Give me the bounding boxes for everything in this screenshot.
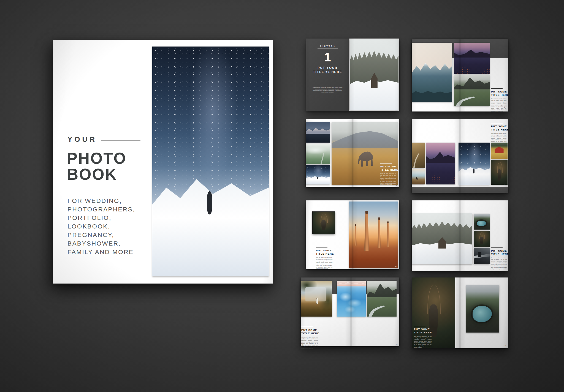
photo-milky-way-hiker — [306, 165, 330, 184]
photo-baobab-avenue — [349, 202, 398, 268]
cover-subtitle-line: PORTFOLIO, — [67, 214, 135, 222]
body-text: Nam am rerit, quati sinit ac nos aut fug… — [301, 336, 318, 349]
page-number: 17 — [505, 345, 506, 346]
body-text: Nam am rerit, quati sinit ac nos aut fug… — [491, 98, 506, 112]
cover-subtitle-line: PREGNANCY, — [67, 231, 135, 239]
baobab-tree — [386, 222, 390, 247]
title-block-overlay: PUT SOME TITLE HERE Nam am rerit, quati … — [380, 163, 396, 186]
photo-deer-forest-framed — [312, 211, 335, 234]
page-number: 7 — [396, 185, 397, 187]
photo-dark-beach — [474, 248, 490, 264]
photo-crater-lake-tall — [466, 285, 499, 333]
cover-subtitle-line: FAMILY AND MORE — [67, 248, 135, 256]
chapter-intro: CHAPTER 1 1 PUT YOUR TITLE #1 HERE Nequi… — [306, 45, 349, 93]
title-rule — [491, 123, 503, 123]
title-block: PUT SOME TITLE HERE Nam am rerit, quati … — [491, 123, 506, 147]
spread-5: PUT SOME TITLE HERE Nam am rerit, quati … — [306, 200, 399, 269]
photo-snowy-cabin — [350, 39, 398, 110]
photo-alpine-lake — [306, 122, 330, 143]
page-number: 5 — [504, 107, 505, 108]
title-rule — [316, 247, 327, 247]
title-block: PUT SOME TITLE HERE Nam am rerit, quati … — [301, 327, 318, 349]
barn-shape — [495, 146, 503, 153]
photo-milky-way-hiker — [459, 143, 490, 185]
body-text: Nam am rerit, quati sinit ac nos aut fug… — [316, 257, 332, 270]
photo-autumn-road — [412, 143, 425, 168]
page-number: 13 — [505, 267, 506, 269]
photo-deer-stag — [474, 231, 490, 247]
cover-subtitle: FOR WEDDING, PHOTOGRAPHERS, PORTFOLIO, L… — [67, 197, 135, 256]
title-rule — [491, 247, 503, 248]
chapter-kicker: CHAPTER 1 — [306, 45, 349, 47]
photo-deer-stag — [491, 160, 508, 185]
baobab-tree — [377, 217, 382, 248]
spread-4: PUT SOME TITLE HERE Nam am rerit, quati … — [412, 119, 508, 193]
page-number: 3 — [396, 107, 397, 108]
title-block: PUT SOME TITLE HERE Nam am rerit, quati … — [491, 88, 506, 112]
body-text: Nam am rerit, quati sinit ac nos aut fug… — [491, 133, 506, 147]
photo-twilight-lake — [454, 43, 490, 74]
photo-milky-way-snow-hiker — [152, 47, 269, 276]
page-number: 11 — [395, 266, 397, 267]
cover-title: PHOTO BOOK — [67, 150, 127, 182]
photo-twilight-lake — [426, 143, 455, 184]
cabin-shape — [371, 73, 378, 88]
chapter-title: PUT YOUR TITLE #1 HERE — [306, 66, 349, 74]
backing-page-edge — [412, 187, 508, 193]
title-block: PUT SOME TITLE HERE Nam am rerit, quati … — [316, 247, 332, 270]
title-block-overlay: PUT SOME TITLE HERE Nam am rerit, quati … — [414, 326, 432, 348]
chapter-rule — [318, 48, 338, 49]
cover-kicker: YOUR — [67, 135, 97, 144]
cover-title-line2: BOOK — [67, 166, 127, 182]
body-text: Nam am rerit, quati sinit ac nos aut fug… — [380, 173, 396, 186]
photo-crater-lake — [474, 214, 490, 230]
spread-7: PUT SOME TITLE HERE Nam am rerit, quati … — [301, 277, 399, 346]
cabin-shape — [438, 237, 446, 249]
spread-1-chapter-opener: CHAPTER 1 1 PUT YOUR TITLE #1 HERE Nequi… — [306, 39, 399, 111]
photo-misty-valley — [306, 144, 330, 164]
page-number: 15 — [396, 344, 397, 345]
spread-2: PUT SOME TITLE HERE Nam am rerit, quati … — [412, 39, 508, 111]
page-number: 14 — [302, 344, 303, 345]
cover-subtitle-line: PHOTOGRAPHERS, — [67, 205, 135, 214]
cover-title-line1: PHOTO — [67, 150, 127, 166]
page-number: 9 — [505, 184, 505, 186]
title-rule — [491, 88, 503, 89]
spread-8: PUT SOME TITLE HERE Nam am rerit, quati … — [412, 277, 508, 348]
baobab-tree — [354, 224, 357, 245]
photo-lake-people — [412, 169, 425, 184]
cover-subtitle-line: FOR WEDDING, — [67, 197, 135, 205]
photo-blue-mountains — [412, 43, 452, 102]
photo-autumn-lake-person — [301, 281, 332, 317]
cover-subtitle-line: LOOKBOOK, — [67, 222, 135, 231]
cover-subtitle-line: BABYSHOWER, — [67, 239, 135, 248]
spread-3: PUT SOME TITLE HERE Nam am rerit, quati … — [306, 119, 399, 187]
photo-valley-river — [454, 75, 490, 106]
title-block: PUT SOME TITLE HERE Nam am rerit, quati … — [491, 247, 507, 270]
title-rule — [380, 163, 392, 164]
chapter-number: 1 — [306, 51, 349, 64]
photo-book-cover: YOUR PHOTO BOOK FOR WEDDING, PHOTOGRAPHE… — [53, 40, 273, 284]
spread-6: PUT SOME TITLE HERE Nam am rerit, quati … — [412, 200, 508, 271]
chapter-body-text: Nequidunt unt. Quam si mi nossequi netur… — [313, 87, 343, 93]
photo-mountain-river — [367, 281, 397, 317]
photo-glacier-ice — [337, 281, 366, 317]
title-rule — [301, 327, 313, 327]
cover-kicker-rule — [101, 140, 140, 141]
body-text: Nam am rerit, quati sinit ac nos aut fug… — [414, 336, 432, 348]
title-rule — [414, 326, 425, 326]
photo-snowy-cabin-wide — [412, 213, 472, 264]
baobab-tree — [363, 211, 370, 251]
